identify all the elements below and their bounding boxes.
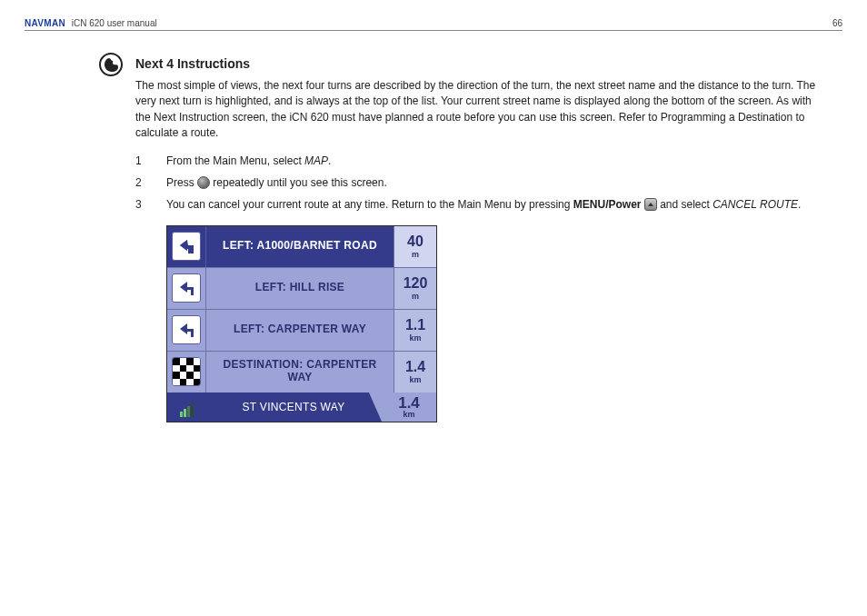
instruction-row: LEFT: CARPENTER WAY 1.1 km (167, 309, 436, 351)
page-header: NAVMAN iCN 620 user manual 66 (25, 18, 842, 31)
remaining-distance: 1.4 km (382, 392, 436, 422)
instruction-row: DESTINATION: CARPENTER WAY 1.4 km (167, 351, 436, 392)
destination-icon (167, 352, 206, 392)
step-2: Press repeatedly until you see this scre… (135, 174, 824, 191)
step-1: From the Main Menu, select MAP. (135, 153, 824, 169)
instruction-text: LEFT: CARPENTER WAY (206, 310, 394, 351)
instruction-text: LEFT: A1000/BARNET ROAD (206, 226, 394, 267)
gps-signal-icon (167, 392, 205, 422)
section-intro: The most simple of views, the next four … (135, 78, 824, 142)
instruction-distance: 1.1 km (394, 310, 436, 351)
brand-name: NAVMAN (25, 18, 65, 28)
step-3: You can cancel your current route at any… (135, 196, 824, 213)
instruction-row: LEFT: HILL RISE 120 m (167, 267, 436, 309)
instruction-text: DESTINATION: CARPENTER WAY (206, 352, 394, 392)
turn-left-icon (167, 268, 206, 309)
globe-icon (99, 53, 123, 76)
device-footer: ST VINCENTS WAY 1.4 km (167, 392, 436, 422)
turn-left-icon (167, 226, 206, 267)
manual-title: iCN 620 user manual (72, 18, 157, 28)
turn-left-icon (167, 310, 206, 351)
instruction-distance: 120 m (394, 268, 436, 309)
instruction-distance: 40 m (394, 226, 436, 267)
current-street: ST VINCENTS WAY (205, 392, 382, 422)
page-number: 66 (832, 18, 842, 28)
device-screenshot: LEFT: A1000/BARNET ROAD 40 m LEFT: HILL … (166, 225, 437, 422)
instruction-distance: 1.4 km (394, 352, 436, 392)
instruction-text: LEFT: HILL RISE (206, 268, 394, 309)
instruction-row: LEFT: A1000/BARNET ROAD 40 m (167, 226, 436, 267)
steps-list: From the Main Menu, select MAP. Press re… (135, 153, 824, 213)
section-heading: Next 4 Instructions (135, 56, 824, 71)
cycle-view-button-icon (197, 176, 210, 189)
menu-power-button-icon (644, 198, 657, 211)
